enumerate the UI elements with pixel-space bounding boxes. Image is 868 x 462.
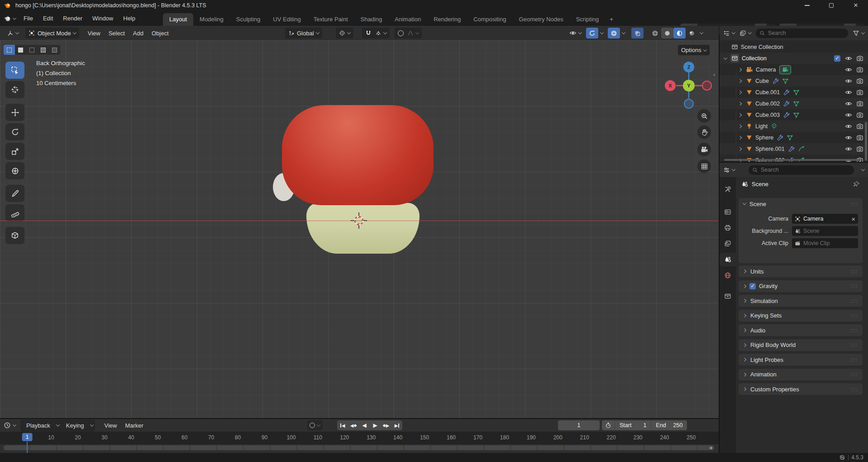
end-frame-field[interactable]: End 250 (651, 420, 687, 430)
navigation-gizmo[interactable]: Z X Y (657, 53, 719, 118)
proportional-editing-icon[interactable] (398, 30, 404, 36)
eye-icon[interactable] (845, 89, 852, 96)
playhead-line[interactable] (27, 442, 28, 453)
gizmo-axis-x[interactable]: X (665, 80, 676, 91)
shading-solid-button[interactable] (661, 28, 673, 38)
modifier-wrench-icon[interactable] (783, 89, 790, 96)
tab-collection-properties[interactable] (720, 289, 736, 303)
expand-arrow-icon[interactable] (738, 135, 742, 139)
tab-viewlayer-properties[interactable] (720, 237, 736, 250)
pin-icon[interactable] (853, 181, 860, 188)
maximize-button[interactable] (819, 0, 844, 11)
select-mode-set-button[interactable] (4, 45, 15, 55)
mesh-data-icon[interactable] (782, 77, 789, 84)
tab-uv-editing[interactable]: UV Editing (267, 13, 307, 26)
timeline-ruler[interactable]: 1 10203040506070809010011012013014015016… (0, 432, 719, 444)
jump-to-end-button[interactable]: ▶ (391, 420, 402, 430)
tab-tool-properties[interactable] (720, 183, 736, 196)
render-camera-icon[interactable] (856, 89, 863, 96)
current-frame-field[interactable]: 1 (558, 420, 600, 430)
render-camera-icon[interactable] (856, 100, 863, 107)
camera-view-button[interactable] (697, 143, 711, 156)
outliner-row-sphere[interactable]: Sphere (720, 132, 868, 143)
menu-render[interactable]: Render (58, 13, 87, 24)
outliner-row-sphere-001[interactable]: Sphere.001 (720, 143, 868, 154)
camera-field[interactable]: Camera (792, 214, 858, 224)
render-camera-icon[interactable] (856, 123, 863, 130)
gizmo-axis-y[interactable]: Y (683, 80, 695, 91)
tab-layout[interactable]: Layout (163, 13, 193, 26)
render-camera-icon[interactable] (856, 134, 863, 141)
mesh-data-icon[interactable] (793, 111, 800, 118)
mesh-data-icon[interactable] (787, 134, 793, 141)
tab-sculpting[interactable]: Sculpting (230, 13, 267, 26)
menu-window[interactable]: Window (87, 13, 118, 24)
curve-data-icon[interactable] (798, 145, 805, 152)
snap-target-icon[interactable] (375, 30, 382, 36)
render-camera-icon[interactable] (856, 111, 863, 119)
measure-tool[interactable] (5, 204, 24, 221)
perspective-toggle-button[interactable] (697, 159, 711, 173)
select-mode-invert-button[interactable] (38, 45, 49, 55)
show-object-types-dropdown[interactable] (569, 29, 582, 37)
audio-panel[interactable]: Audio (739, 324, 863, 336)
scale-tool[interactable] (5, 143, 24, 160)
exclude-checkbox[interactable] (834, 55, 840, 62)
outliner-row-cube-001[interactable]: Cube.001 (720, 87, 868, 98)
scene-panel-header[interactable]: Scene (739, 198, 863, 210)
chevron-down-icon[interactable] (861, 167, 865, 171)
drag-dots-icon[interactable] (850, 342, 858, 347)
outliner-vertical-scrollbar[interactable] (865, 122, 867, 161)
annotate-tool[interactable] (5, 185, 24, 202)
select-mode-subtract-button[interactable] (26, 45, 38, 55)
menu-file[interactable]: File (19, 13, 38, 24)
drag-dots-icon[interactable] (850, 202, 858, 207)
tab-rendering[interactable]: Rendering (427, 13, 467, 26)
tab-output-properties[interactable] (720, 221, 736, 235)
menu-view[interactable]: View (84, 28, 105, 38)
network-offline-icon[interactable] (839, 454, 845, 461)
tab-geometry-nodes[interactable]: Geometry Nodes (512, 13, 569, 26)
properties-search-input[interactable]: Search (749, 165, 854, 175)
eye-icon[interactable] (845, 145, 852, 153)
modifier-wrench-icon[interactable] (772, 77, 779, 84)
app-menu-button[interactable] (4, 15, 16, 22)
menu-edit[interactable]: Edit (38, 13, 58, 24)
modifier-wrench-icon[interactable] (783, 111, 790, 118)
timeline-scrollbar[interactable] (4, 445, 714, 450)
drag-dots-icon[interactable] (850, 357, 858, 362)
outliner-row-cube-003[interactable]: Cube.003 (720, 109, 868, 120)
pan-view-button[interactable] (697, 125, 711, 139)
light-data-icon[interactable] (771, 123, 777, 130)
outliner-row-cube[interactable]: Cube (720, 75, 868, 87)
mode-dropdown[interactable]: Object Mode (25, 28, 79, 38)
shading-rendered-button[interactable] (686, 28, 698, 38)
drag-dots-icon[interactable] (850, 372, 858, 377)
drag-dots-icon[interactable] (850, 313, 858, 318)
background-scene-field[interactable]: Scene (792, 226, 858, 236)
expand-arrow-icon[interactable] (738, 124, 742, 128)
tab-render-properties[interactable] (720, 205, 736, 219)
outliner-search-input[interactable]: Search (756, 29, 848, 38)
expand-arrow-icon[interactable] (738, 147, 742, 150)
drag-dots-icon[interactable] (850, 328, 858, 333)
editor-type-button[interactable] (4, 422, 16, 429)
eye-icon[interactable] (845, 134, 852, 141)
add-workspace-button[interactable]: + (605, 13, 618, 26)
select-mode-intersect-button[interactable] (49, 45, 60, 55)
menu-marker[interactable]: Marker (121, 420, 147, 431)
editor-type-button[interactable] (723, 167, 735, 173)
show-overlays-button[interactable] (608, 28, 620, 38)
modifier-wrench-icon[interactable] (783, 100, 790, 107)
transform-orientation-dropdown[interactable]: Global (285, 28, 322, 38)
eye-icon[interactable] (845, 111, 852, 119)
gizmo-axis-z-negative[interactable] (684, 99, 694, 109)
menu-view[interactable]: View (100, 420, 121, 431)
play-reverse-button[interactable]: ◀ (359, 420, 370, 430)
start-frame-field[interactable]: Start 1 (615, 420, 651, 430)
expand-arrow-icon[interactable] (738, 67, 742, 71)
prev-keyframe-button[interactable]: ◀◆ (348, 420, 359, 430)
eye-icon[interactable] (845, 123, 852, 130)
drag-dots-icon[interactable] (850, 387, 858, 392)
outliner-row-cube-002[interactable]: Cube.002 (720, 98, 868, 109)
